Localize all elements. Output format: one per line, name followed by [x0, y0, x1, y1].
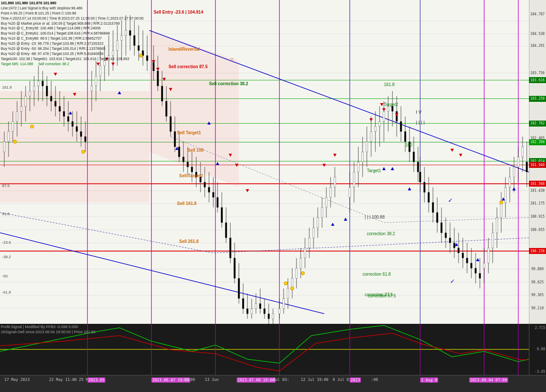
- time-label: :00: [371, 378, 378, 382]
- buy-signal-6: Buy %20 @ Entry -50: 98.254 | Target:105…: [1, 46, 143, 52]
- price-axis-label: 103.616: [529, 77, 546, 83]
- price-axis-label: 104.530: [529, 31, 546, 37]
- time-label: 12 Jul 19:00: [301, 378, 328, 382]
- symbol-ohlc: 101.890 101.980 101.876 101.980: [1, 1, 143, 6]
- chart-container: 104.787103.616103.250102.762102.390102.0…: [0, 0, 546, 392]
- points-info: Point A:99.25 | Point B:101.25 | Point C…: [1, 11, 143, 16]
- time-label: 2023: [350, 378, 361, 383]
- price-axis-label: 101.430: [529, 188, 546, 194]
- time-label: Jul 03:: [273, 378, 289, 382]
- ind-level-bot: -3.45: [535, 370, 545, 374]
- target685-info: Target 685: 114.088 Sell correction 38.2: [1, 62, 143, 67]
- price-axis-label: 99.110: [529, 305, 546, 311]
- time-label: 2023.05: [87, 378, 105, 383]
- buy-signal-1: Buy %20 @ Market price or at: 100.59 || …: [1, 21, 143, 26]
- indicator-axis: 2.715 0.00 -3.45: [529, 324, 546, 375]
- time-label: 19:00: [183, 378, 195, 382]
- price-axis-label: 99.880: [529, 266, 546, 272]
- buy-signal-3: Buy %10 @ C_Entry61: 100.014 | Target:10…: [1, 31, 143, 36]
- price-axis-label: 101.568: [529, 181, 546, 187]
- price-axis-label: 99.365: [529, 292, 546, 298]
- buy-signal-7: Buy %20 @ Entry -88: 97.478 | Target:103…: [1, 52, 143, 57]
- time-label: 1 Aug 0: [420, 378, 438, 383]
- buy-signal-4: Buy %10 @ C_Entry88: 99.5 | Target:102.3…: [1, 36, 143, 41]
- signal-info: 26Signal=Sell since:2023.08.04 19:00:00 …: [1, 330, 96, 334]
- price-axis-label: 101.175: [529, 201, 546, 207]
- price-axis-label: 100.238: [529, 248, 546, 254]
- price-axis-label: 100.655: [529, 227, 546, 233]
- ind-level-mid: 0.00: [537, 347, 545, 351]
- line-info: Line:2472 | Last Signal is:Buy with stop…: [1, 6, 143, 11]
- ind-level-top: 2.715: [535, 326, 545, 330]
- time-label: 22 May 11:00: [49, 378, 77, 382]
- time-info: Time A:2023.07.14 03:00:00 | Time B:2023…: [1, 16, 143, 21]
- price-axis-label: 102.465: [529, 135, 546, 141]
- price-axis-label: 100.915: [529, 214, 546, 220]
- time-label: 2023.08.04 07:00: [469, 378, 508, 383]
- price-axis-label: 102.762: [529, 121, 546, 127]
- time-label: 17 May 2023: [4, 378, 30, 382]
- buy-signal-5: Buy %20 @ Entry -23: 98.778 | Target:103…: [1, 41, 143, 46]
- price-axis-label: 104.291: [529, 43, 546, 49]
- time-label: 2023.07.06 19:00: [237, 378, 276, 383]
- price-axis: 104.787103.616103.250102.762102.390102.0…: [529, 0, 546, 324]
- price-axis-label: 101.940: [529, 162, 546, 168]
- price-axis-label: 99.625: [529, 279, 546, 285]
- price-axis-label: 103.756: [529, 70, 546, 76]
- info-box: 101.890 101.980 101.876 101.980 Line:247…: [1, 1, 143, 67]
- buy-signal-2: Buy %10 @ C_Entry38: 100.486 | Target:11…: [1, 26, 143, 31]
- time-axis: 17 May 202322 May 11:0025 May 02023.0520…: [0, 375, 546, 392]
- time-label: 13 Jun: [205, 378, 219, 382]
- indicator-info: Profit-Signal | Modified By FFB3 -0.098 …: [1, 325, 78, 329]
- targets-info: Target100: 102.38 | Target61: 103.616 | …: [1, 57, 143, 62]
- price-axis-label: 104.787: [529, 12, 546, 17]
- price-axis-label: 103.250: [529, 96, 546, 102]
